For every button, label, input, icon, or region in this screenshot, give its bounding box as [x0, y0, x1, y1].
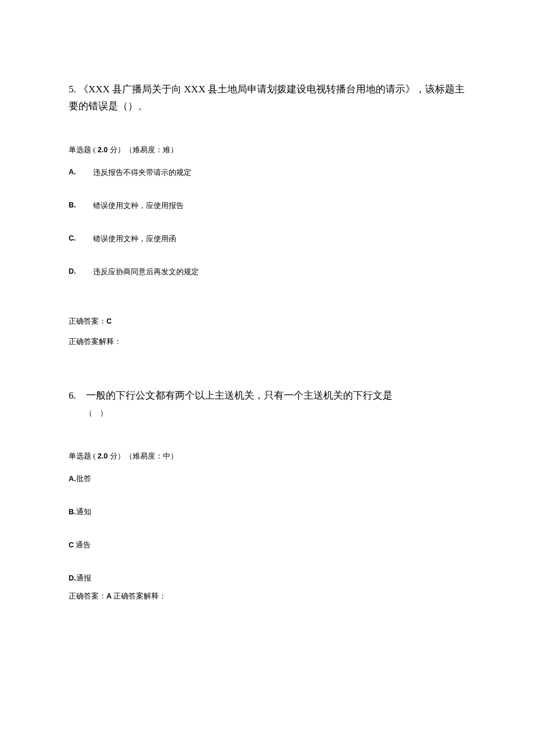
explain-label: 正确答案解释：	[69, 338, 122, 346]
meta-points: 2.0	[95, 452, 109, 460]
question-6: 6. 一般的下行公文都有两个以上主送机关，只有一个主送机关的下行文是 （ ） 单…	[69, 388, 466, 601]
meta-points: 2.0	[95, 146, 109, 154]
question-6-text: 一般的下行公文都有两个以上主送机关，只有一个主送机关的下行文是	[86, 390, 393, 401]
q1-option-b: B. 错误使用文种，应使用报告	[69, 201, 466, 211]
option-letter-b: B.	[69, 201, 93, 211]
q2-option-a: A.批答	[69, 474, 466, 484]
option-letter-a: A.	[69, 475, 76, 483]
option-letter-b: B.	[69, 508, 76, 516]
answer-value: A	[106, 592, 112, 600]
q2-answer: 正确答案：A 正确答案解释：	[69, 592, 466, 601]
q2-option-d: D.通报	[69, 574, 466, 583]
q1-explain: 正确答案解释：	[69, 337, 466, 347]
meta-suffix: 分）（难易度：中）	[110, 452, 178, 460]
question-5: 5. 《XXX 县广播局关于向 XXX 县土地局申请划拨建设电视转播台用地的请示…	[69, 81, 466, 347]
option-letter-d: D.	[69, 267, 93, 277]
option-text-b: 错误使用文种，应使用报告	[93, 201, 184, 211]
question-5-number: 5.	[69, 84, 76, 95]
q1-option-d: D. 违反应协商同意后再发文的规定	[69, 267, 466, 277]
question-6-number: 6.	[69, 388, 76, 404]
question-5-meta: 单选题 ( 2.0 分）（难易度：难）	[69, 145, 466, 155]
question-5-text: 《XXX 县广播局关于向 XXX 县土地局申请划拨建设电视转播台用地的请示》，该…	[69, 84, 465, 112]
meta-suffix: 分）（难易度：难）	[110, 146, 178, 154]
option-text-d: 通报	[76, 574, 91, 582]
q1-option-a: A. 违反报告不得夹带请示的规定	[69, 168, 466, 178]
q1-option-c: C. 错误使用文种，应使用函	[69, 234, 466, 244]
meta-prefix: 单选题 (	[69, 452, 95, 460]
explain-label: 正确答案解释：	[112, 592, 166, 600]
answer-value: C	[106, 317, 112, 325]
question-6-meta: 单选题 ( 2.0 分）（难易度：中）	[69, 452, 466, 461]
option-letter-d: D.	[69, 574, 76, 582]
option-text-c: 通告	[74, 541, 91, 549]
option-letter-a: A.	[69, 168, 93, 178]
question-6-paren: （ ）	[85, 409, 108, 417]
option-text-a: 违反报告不得夹带请示的规定	[93, 168, 191, 178]
option-letter-c: C	[69, 541, 74, 549]
q1-answer: 正确答案：C	[69, 317, 466, 327]
option-text-c: 错误使用文种，应使用函	[93, 234, 176, 244]
option-text-b: 通知	[76, 508, 91, 516]
answer-label: 正确答案：	[69, 317, 106, 325]
option-text-d: 违反应协商同意后再发文的规定	[93, 267, 199, 277]
answer-label: 正确答案：	[69, 592, 106, 600]
option-text-a: 批答	[76, 475, 91, 483]
question-6-title: 6. 一般的下行公文都有两个以上主送机关，只有一个主送机关的下行文是 （ ）	[69, 388, 466, 421]
meta-prefix: 单选题 (	[69, 146, 95, 154]
q2-option-b: B.通知	[69, 507, 466, 517]
question-5-title: 5. 《XXX 县广播局关于向 XXX 县土地局申请划拨建设电视转播台用地的请示…	[69, 81, 466, 115]
option-letter-c: C.	[69, 234, 93, 244]
q2-option-c: C 通告	[69, 540, 466, 550]
